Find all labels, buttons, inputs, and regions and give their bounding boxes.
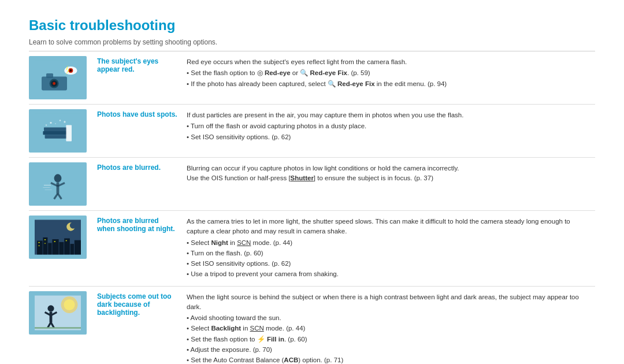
image-red-eye — [29, 56, 87, 99]
svg-rect-12 — [44, 128, 67, 131]
table-row: Subjects come out too dark because of ba… — [29, 286, 595, 364]
bullet-item: Turn on the flash. (p. 60) — [187, 248, 590, 258]
troubleshooting-table: The subject's eyes appear red. Red eye o… — [29, 51, 595, 364]
image-cell-dust — [29, 105, 92, 158]
table-row: The subject's eyes appear red. Red eye o… — [29, 51, 595, 105]
issue-label-backlight: Subjects come out too dark because of ba… — [92, 286, 182, 364]
svg-point-6 — [53, 82, 55, 85]
svg-rect-43 — [38, 242, 39, 243]
svg-point-22 — [54, 174, 62, 182]
page-subtitle: Learn to solve common problems by settin… — [29, 38, 595, 51]
svg-rect-37 — [48, 243, 51, 255]
desc-backlight: When the light source is behind the subj… — [182, 286, 595, 364]
bullet-item: Adjust the exposure. (p. 70) — [187, 345, 590, 355]
image-cell-night — [29, 211, 92, 287]
svg-point-20 — [46, 124, 47, 125]
bullets-red-eye: Set the flash option to ◎ Red-eye or 🔍 R… — [187, 68, 590, 89]
table-row: Photos are blurred when shooting at nigh… — [29, 211, 595, 287]
page-title: Basic troubleshooting — [29, 17, 595, 34]
svg-point-53 — [47, 305, 54, 311]
svg-rect-15 — [66, 125, 72, 142]
svg-point-34 — [70, 222, 76, 229]
image-backlight — [29, 291, 87, 335]
bullet-item: Select Backlight in SCN mode. (p. 44) — [187, 324, 590, 333]
bullet-item: Set ISO sensitivity options. (p. 62) — [187, 132, 590, 142]
desc-intro-red-eye: Red eye occurs when the subject's eyes r… — [187, 58, 407, 65]
bullets-backlight: Avoid shooting toward the sun. Select Ba… — [187, 313, 590, 364]
svg-rect-39 — [59, 242, 64, 255]
svg-rect-44 — [38, 246, 39, 247]
svg-point-9 — [69, 69, 72, 72]
svg-rect-41 — [70, 244, 74, 254]
image-cell-red-eye — [29, 51, 92, 105]
svg-rect-42 — [75, 240, 81, 255]
svg-point-18 — [55, 123, 56, 124]
desc-dust: If dust particles are present in the air… — [182, 105, 595, 158]
bullet-item: Turn off the flash or avoid capturing ph… — [187, 121, 590, 131]
bullet-item: Set the flash option to ◎ Red-eye or 🔍 R… — [187, 68, 590, 78]
svg-rect-47 — [54, 241, 55, 242]
table-row: Photos have dust spots. If dust particle… — [29, 105, 595, 158]
svg-rect-14 — [45, 135, 67, 138]
image-blurred — [29, 162, 87, 206]
bullets-dust: Turn off the flash or avoid capturing ph… — [187, 121, 590, 142]
bullet-item: Set ISO sensitivity options. (p. 62) — [187, 259, 590, 269]
svg-rect-46 — [44, 243, 46, 244]
svg-point-19 — [64, 121, 65, 122]
svg-rect-13 — [43, 131, 67, 135]
bullet-item: Use a tripod to prevent your camera from… — [187, 269, 590, 279]
svg-point-52 — [64, 299, 75, 310]
issue-label-blurred: Photos are blurred. — [92, 158, 182, 211]
table-row: Photos are blurred. Blurring can occur i… — [29, 158, 595, 211]
image-cell-backlight — [29, 286, 92, 364]
desc-intro-blurred: Blurring can occur if you capture photos… — [187, 165, 459, 172]
desc-intro-backlight: When the light source is behind the subj… — [187, 294, 579, 310]
svg-rect-45 — [44, 239, 46, 240]
desc-extra-blurred: Use the OIS function or half-press [Shut… — [187, 174, 433, 181]
bullets-night: Select Night in SCN mode. (p. 44) Turn o… — [187, 238, 590, 280]
svg-rect-48 — [66, 240, 67, 242]
image-night — [29, 216, 87, 259]
desc-blurred: Blurring can occur if you capture photos… — [182, 158, 595, 211]
svg-point-16 — [50, 122, 51, 124]
desc-red-eye: Red eye occurs when the subject's eyes r… — [182, 51, 595, 105]
desc-intro-night: As the camera tries to let in more light… — [187, 218, 570, 235]
desc-night: As the camera tries to let in more light… — [182, 211, 595, 287]
bullet-item: Set the Auto Contrast Balance (ACB) opti… — [187, 355, 590, 364]
svg-rect-2 — [46, 73, 53, 78]
bullet-item: If the photo has already been captured, … — [187, 79, 590, 89]
issue-label-night: Photos are blurred when shooting at nigh… — [92, 211, 182, 287]
bullet-item: Select Night in SCN mode. (p. 44) — [187, 238, 590, 248]
issue-label-red-eye: The subject's eyes appear red. — [92, 51, 182, 105]
svg-rect-35 — [37, 241, 43, 255]
image-cell-blurred — [29, 158, 92, 211]
image-dust — [29, 109, 87, 153]
bullet-item: Avoid shooting toward the sun. — [187, 313, 590, 323]
bullet-item: Set the flash option to ⚡ Fill in. (p. 6… — [187, 335, 590, 344]
issue-label-dust: Photos have dust spots. — [92, 105, 182, 158]
svg-point-17 — [60, 120, 61, 121]
desc-intro-dust: If dust particles are present in the air… — [187, 112, 463, 118]
